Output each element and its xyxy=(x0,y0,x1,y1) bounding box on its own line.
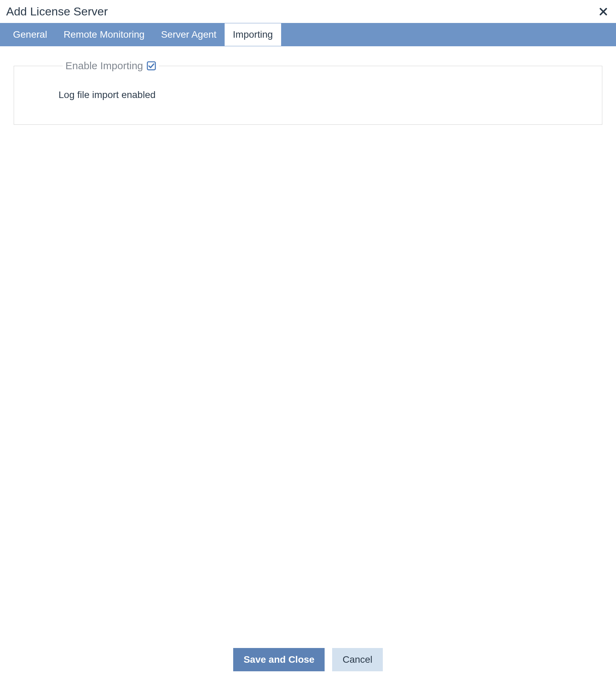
tab-remote-monitoring[interactable]: Remote Monitoring xyxy=(55,23,153,46)
tab-bar: General Remote Monitoring Server Agent I… xyxy=(0,23,616,46)
save-and-close-button[interactable]: Save and Close xyxy=(233,648,325,671)
fieldset-legend-label: Enable Importing xyxy=(65,60,143,72)
cancel-button[interactable]: Cancel xyxy=(332,648,382,671)
close-button[interactable] xyxy=(597,6,610,17)
checkbox-checked-icon xyxy=(147,61,156,71)
log-file-import-enabled-text: Log file import enabled xyxy=(59,89,592,100)
add-license-server-dialog: Add License Server General Remote Monito… xyxy=(0,0,616,685)
fieldset-legend: Enable Importing xyxy=(63,60,159,72)
enable-importing-checkbox[interactable] xyxy=(147,61,156,71)
enable-importing-fieldset: Enable Importing Log file import enabled xyxy=(14,60,602,125)
dialog-header: Add License Server xyxy=(0,0,616,23)
tab-importing[interactable]: Importing xyxy=(225,23,281,46)
dialog-button-row: Save and Close Cancel xyxy=(0,638,616,685)
tab-general[interactable]: General xyxy=(5,23,55,46)
dialog-title: Add License Server xyxy=(6,5,108,18)
close-icon xyxy=(599,7,608,16)
tab-server-agent[interactable]: Server Agent xyxy=(153,23,225,46)
tab-content-importing: Enable Importing Log file import enabled xyxy=(0,46,616,638)
